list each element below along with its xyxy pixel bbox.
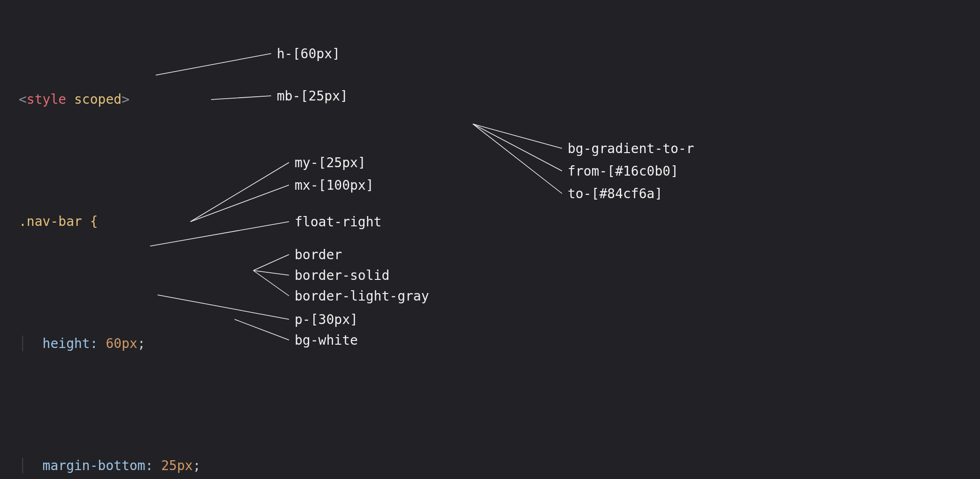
space [66,92,74,107]
tag-name: style [27,92,66,107]
tailwind-annotation: from-[#16c0b0] [568,163,678,179]
code-line: │ height: 60px; [19,332,961,356]
css-property: height [43,336,90,351]
code-line: <style scoped> [19,87,961,112]
css-selector: .nav-bar [19,214,82,229]
tailwind-annotation: to-[#84cf6a] [568,186,662,201]
colon: : [90,336,98,351]
brace: { [82,214,98,229]
angle-bracket: < [19,92,27,107]
tailwind-annotation: border-light-gray [295,288,429,304]
tailwind-annotation: p-[30px] [295,312,358,327]
code-diagram: <style scoped> .nav-bar { │ height: 60px… [0,0,980,479]
tailwind-annotation: mx-[100px] [295,178,374,193]
css-property: margin-bottom [43,458,145,473]
semicolon: ; [193,458,201,473]
indent-guide: │ [19,458,27,473]
tailwind-annotation: float-right [295,214,381,230]
tailwind-annotation: border-solid [295,268,389,283]
tailwind-annotation: border [295,247,342,263]
tailwind-annotation: bg-white [295,332,358,348]
code-line: .nav-bar { [19,209,961,234]
css-value: 25px [161,458,192,473]
tailwind-annotation: h-[60px] [277,46,340,62]
angle-bracket: > [122,92,129,107]
semicolon: ; [137,336,145,351]
indent-guide: │ [19,336,27,351]
colon: : [145,458,153,473]
code-line: │ margin-bottom: 25px; [19,454,961,478]
tailwind-annotation: mb-[25px] [277,88,348,104]
attr-name: scoped [74,92,122,107]
tailwind-annotation: my-[25px] [295,155,366,170]
tailwind-annotation: bg-gradient-to-r [568,141,694,156]
css-value: 60px [106,336,137,351]
css-code-block: <style scoped> .nav-bar { │ height: 60px… [19,14,961,479]
